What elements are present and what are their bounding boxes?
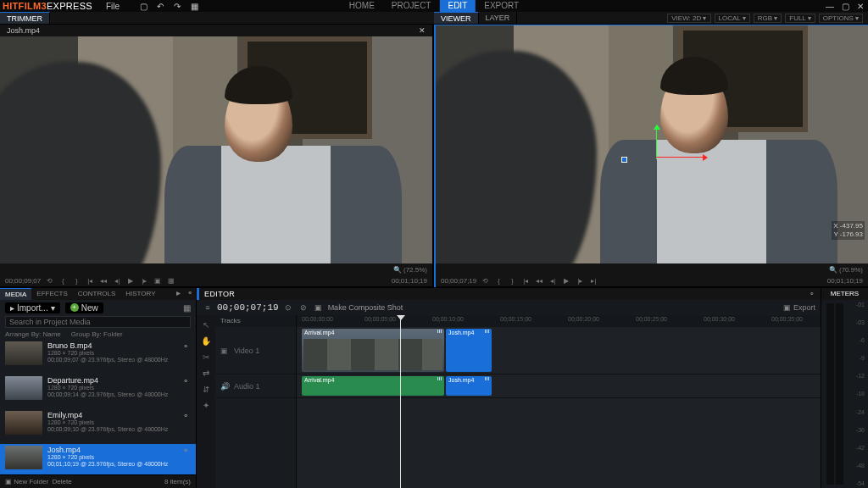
import-button[interactable]: ▸ Import... ▾	[5, 302, 60, 313]
tab-effects[interactable]: EFFECTS	[31, 288, 72, 300]
tab-home[interactable]: HOME	[341, 0, 383, 12]
trimmer-viewport[interactable]	[0, 36, 432, 263]
media-thumbnail	[5, 341, 42, 365]
tab-edit[interactable]: EDIT	[439, 0, 476, 12]
new-button[interactable]: +New	[65, 302, 103, 313]
step-back-icon[interactable]: ◂◂	[98, 277, 108, 285]
audio-clip-arrival[interactable]: Arrival.mp4	[302, 376, 444, 396]
media-item-detail: 00;00;09;07 @ 23.976fps, Stereo @ 48000H…	[47, 357, 177, 363]
media-item-res: 1280 × 720 pixels	[47, 385, 177, 391]
gizmo-handle[interactable]	[621, 157, 627, 163]
media-item[interactable]: Josh.mp4 1280 × 720 pixels 00;01;10;19 @…	[0, 444, 196, 474]
goto-start-icon[interactable]: |◂	[85, 277, 95, 285]
menu-icon[interactable]: ≡	[202, 303, 214, 312]
minimize-icon[interactable]: —	[825, 2, 835, 11]
media-item[interactable]: Bruno B.mp4 1280 × 720 pixels 00;00;09;0…	[0, 340, 196, 374]
loop-icon[interactable]: ⟲	[44, 277, 54, 285]
timeline[interactable]: 00;00;00;00 00;00;05;00 00;00;10;00 00;0…	[297, 315, 821, 488]
mute-audio-icon[interactable]: 🔊	[220, 382, 229, 391]
goto-end-icon[interactable]: ▸|	[588, 277, 598, 285]
prev-frame-icon[interactable]: ◂|	[548, 277, 558, 285]
editor-tab[interactable]: EDITOR	[204, 290, 235, 298]
tab-history[interactable]: HISTORY	[120, 288, 160, 300]
item-settings-icon[interactable]: ⚬	[182, 376, 191, 385]
search-input[interactable]	[5, 316, 191, 328]
tab-media[interactable]: MEDIA	[0, 288, 31, 300]
video-track-header[interactable]: ▣ Video 1	[215, 327, 296, 374]
video-clip-josh[interactable]: Josh.mp4	[446, 329, 492, 372]
next-frame-icon[interactable]: |▸	[139, 277, 149, 285]
maximize-icon[interactable]: ▢	[840, 2, 850, 11]
group-by-dropdown[interactable]: Group By: Folder	[71, 330, 123, 338]
item-settings-icon[interactable]: ⚬	[182, 411, 191, 420]
zoom-icon[interactable]: 🔍	[393, 266, 402, 274]
timeline-ruler[interactable]: 00;00;00;00 00;00;05;00 00;00;10;00 00;0…	[297, 315, 821, 327]
new-folder-button[interactable]: New Folder	[14, 478, 48, 485]
arrange-by-dropdown[interactable]: Arrange By: Name	[5, 330, 61, 338]
item-settings-icon[interactable]: ⚬	[182, 341, 191, 351]
insert-icon[interactable]: ▣	[153, 277, 163, 285]
hand-tool-icon[interactable]: ✋	[201, 336, 211, 346]
gizmo-x-axis[interactable]	[656, 157, 707, 158]
next-frame-icon[interactable]: |▸	[575, 277, 585, 285]
rate-tool-icon[interactable]: ⇵	[203, 385, 209, 394]
media-item[interactable]: Emily.mp4 1280 × 720 pixels 00;00;09;10 …	[0, 409, 196, 444]
viewer-viewport[interactable]: X -437.95 Y -176.93	[436, 25, 868, 263]
full-dropdown[interactable]: FULL ▾	[785, 14, 815, 23]
step-back-icon[interactable]: ◂◂	[534, 277, 544, 285]
rgb-dropdown[interactable]: RGB ▾	[754, 14, 782, 23]
save-icon[interactable]: ▢	[138, 1, 148, 11]
delete-button[interactable]: Delete	[53, 478, 72, 485]
loop-icon[interactable]: ⟲	[480, 277, 490, 285]
media-item-name: Bruno B.mp4	[47, 341, 177, 350]
set-in-icon[interactable]: {	[493, 277, 504, 285]
redo-icon[interactable]: ↷	[172, 1, 182, 11]
layout-icon[interactable]: ▦	[189, 1, 199, 11]
export-button[interactable]: ▣ Export	[783, 303, 815, 312]
set-out-icon[interactable]: }	[507, 277, 517, 285]
editor-timecode[interactable]: 00;00;07;19	[217, 302, 279, 313]
set-in-icon[interactable]: {	[58, 277, 68, 285]
media-item[interactable]: Departure.mp4 1280 × 720 pixels 00;00;09…	[0, 374, 196, 409]
tab-controls[interactable]: CONTROLS	[73, 288, 120, 300]
prev-frame-icon[interactable]: ◂|	[112, 277, 122, 285]
tab-export[interactable]: EXPORT	[476, 0, 527, 12]
trimmer-close-icon[interactable]: ✕	[419, 26, 426, 35]
meters-tab[interactable]: METERS	[821, 288, 868, 300]
trimmer-tab[interactable]: TRIMMER	[0, 12, 50, 24]
overlay-icon[interactable]: ▦	[166, 277, 176, 285]
view-toggle-icon[interactable]: ▦	[183, 303, 191, 313]
dock-icon[interactable]: ▸	[172, 288, 184, 300]
slip-tool-icon[interactable]: ⇄	[203, 369, 209, 378]
panel-menu-icon[interactable]: ⚬	[184, 288, 196, 300]
slice-tool-icon[interactable]: ✂	[203, 352, 209, 362]
snap-icon[interactable]: ⊙	[282, 303, 294, 312]
video-clip-arrival[interactable]: Arrival.mp4	[302, 329, 444, 372]
snap-tool-icon[interactable]: ✦	[203, 401, 209, 410]
view-2d-dropdown[interactable]: VIEW: 2D ▾	[667, 14, 710, 23]
layer-tab[interactable]: LAYER	[479, 12, 518, 24]
options-dropdown[interactable]: OPTIONS ▾	[819, 14, 863, 23]
set-out-icon[interactable]: }	[71, 277, 81, 285]
viewer-tab[interactable]: VIEWER	[434, 12, 479, 24]
goto-start-icon[interactable]: |◂	[520, 277, 531, 285]
tab-project[interactable]: PROJECT	[383, 0, 440, 12]
play-icon[interactable]: ▶	[125, 277, 136, 285]
gizmo-y-axis[interactable]	[656, 125, 657, 159]
close-icon[interactable]: ✕	[855, 2, 865, 11]
mute-video-icon[interactable]: ▣	[220, 347, 229, 355]
audio-clip-josh[interactable]: Josh.mp4	[446, 376, 492, 396]
make-composite-button[interactable]: Make Composite Shot	[328, 303, 403, 312]
link-icon[interactable]: ⊘	[298, 303, 309, 312]
audio-track-header[interactable]: 🔊 Audio 1	[215, 374, 296, 398]
composite-icon[interactable]: ▣	[313, 303, 325, 312]
item-settings-icon[interactable]: ⚬	[182, 446, 191, 455]
undo-icon[interactable]: ↶	[155, 1, 165, 11]
local-dropdown[interactable]: LOCAL ▾	[715, 14, 750, 23]
playhead[interactable]	[400, 315, 401, 488]
select-tool-icon[interactable]: ↖	[203, 320, 209, 330]
panel-menu-icon[interactable]: ⚬	[809, 290, 815, 298]
file-menu[interactable]: File	[99, 2, 126, 11]
zoom-icon[interactable]: 🔍	[829, 266, 837, 274]
play-icon[interactable]: ▶	[561, 277, 571, 285]
